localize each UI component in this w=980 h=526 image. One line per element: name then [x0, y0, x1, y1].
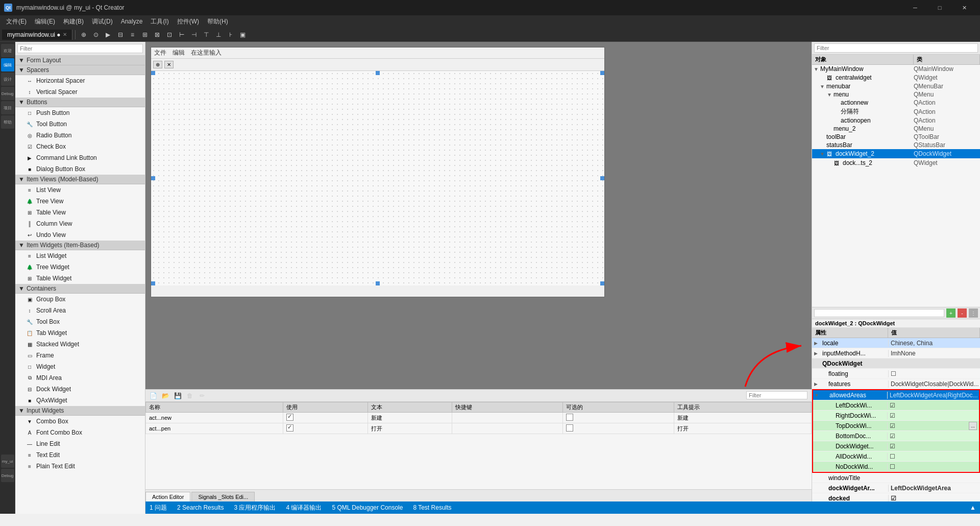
widget-vertical-spacer[interactable]: ↕ Vertical Spacer: [15, 86, 145, 98]
canvas-menu-input[interactable]: 在这里输入: [191, 49, 222, 57]
toolbar-btn-11[interactable]: ⊤: [201, 29, 212, 40]
widget-command-link[interactable]: ▶ Command Link Button: [15, 152, 145, 163]
tab-close-icon[interactable]: ✕: [63, 32, 67, 37]
prop-row-bottomdock[interactable]: BottomDoc... ☑: [813, 431, 979, 441]
toolbar-btn-6[interactable]: ⊞: [139, 29, 151, 40]
category-containers[interactable]: ▼ Containers: [15, 284, 145, 294]
toolbar-btn-5[interactable]: ≡: [127, 29, 138, 40]
obj-row-dockts2[interactable]: 🖼 dock...ts_2 QWidget: [812, 158, 980, 168]
status-item-search[interactable]: 2 Search Results: [177, 504, 224, 511]
menu-build[interactable]: 构建(B): [59, 16, 88, 27]
widget-plain-text-edit[interactable]: ≡ Plain Text Edit: [15, 461, 145, 472]
obj-row-actionnew[interactable]: actionnew QAction: [812, 99, 980, 107]
widget-font-combo-box[interactable]: A Font Combo Box: [15, 427, 145, 438]
category-spacers[interactable]: ▼ Spacers: [15, 65, 145, 75]
sidebar-btn-help[interactable]: 帮助: [1, 115, 14, 129]
prop-row-inputmethod[interactable]: ▶ inputMethodH... ImhNone: [812, 348, 980, 358]
sidebar-btn-edit[interactable]: 编辑: [1, 58, 14, 71]
widget-group-box[interactable]: ▣ Group Box: [15, 294, 145, 305]
resize-handle-tl[interactable]: [151, 71, 155, 75]
tab-mymainwindow[interactable]: mymainwindow.ui ● ✕: [2, 30, 72, 40]
widget-push-button[interactable]: □ Push Button: [15, 107, 145, 118]
widget-frame[interactable]: ▭ Frame: [15, 350, 145, 361]
close-button[interactable]: ✕: [952, 0, 976, 15]
widget-horizontal-spacer[interactable]: ↔ Horizontal Spacer: [15, 75, 145, 86]
prop-row-floating[interactable]: floating ☐: [812, 369, 980, 379]
sidebar-btn-debug2[interactable]: Debug: [1, 469, 14, 482]
table-row[interactable]: act...new 新建 新建: [146, 413, 812, 423]
edit-btn-topdock[interactable]: ...: [969, 422, 977, 430]
widget-list-widget[interactable]: ≡ List Widget: [15, 250, 145, 261]
obj-row-dockwidget2[interactable]: ▼ 🖼 dockWidget_2 QDockWidget: [812, 149, 980, 158]
obj-row-mymainwindow[interactable]: ▼ MyMainWindow QMainWindow: [812, 65, 980, 73]
prop-row-rightdock[interactable]: RightDockWi... ☑: [813, 411, 979, 421]
resize-handle-mt[interactable]: [376, 71, 380, 75]
widget-table-view[interactable]: ⊞ Table View: [15, 207, 145, 218]
obj-row-statusbar[interactable]: statusBar QStatusBar: [812, 141, 980, 149]
prop-row-topdock[interactable]: TopDockWi... ☑ ...: [813, 421, 979, 431]
minimize-button[interactable]: ─: [903, 0, 927, 15]
toolbar-btn-2[interactable]: ⊙: [90, 29, 102, 40]
obj-row-menu2[interactable]: menu_2 QMenu: [812, 125, 980, 133]
resize-handle-br[interactable]: [600, 281, 604, 285]
expander-icon[interactable]: ▼: [819, 84, 825, 89]
canvas-toolbar-btn2[interactable]: ✕: [164, 61, 174, 68]
obj-row-centralwidget[interactable]: 🖼 centralwidget QWidget: [812, 73, 980, 82]
prop-row-features[interactable]: ▶ features DockWidgetClosable|DockWid...: [812, 379, 980, 389]
menu-widgets[interactable]: 控件(W): [173, 16, 203, 27]
tab-action-editor[interactable]: Action Editor: [145, 492, 190, 501]
resize-handle-ml[interactable]: [151, 176, 155, 180]
widget-tree-view[interactable]: 🌲 Tree View: [15, 196, 145, 207]
status-item-qml[interactable]: 5 QML Debugger Console: [332, 504, 403, 511]
prop-row-windowtitle[interactable]: windowTitle: [812, 473, 980, 483]
maximize-button[interactable]: □: [928, 0, 951, 15]
sidebar-btn-project[interactable]: 项目: [1, 101, 14, 114]
widget-qax-widget[interactable]: ■ QAxWidget: [15, 395, 145, 406]
sidebar-btn-welcome[interactable]: 欢迎: [1, 44, 14, 57]
widget-text-edit[interactable]: ≡ Text Edit: [15, 449, 145, 461]
use-checkbox[interactable]: [286, 424, 293, 432]
toolbar-btn-9[interactable]: ⊢: [176, 29, 187, 40]
obj-row-menu[interactable]: ▼ menu QMenu: [812, 90, 980, 99]
menu-debug[interactable]: 调试(D): [88, 16, 117, 27]
action-edit-btn[interactable]: ✏: [197, 390, 208, 401]
widget-column-view[interactable]: ║ Column View: [15, 218, 145, 229]
status-item-problems[interactable]: 1 问题: [150, 504, 167, 512]
sidebar-btn-myui[interactable]: my_ui: [1, 455, 14, 468]
canvas-toolbar-btn1[interactable]: ⊕: [153, 61, 162, 68]
widget-combo-box[interactable]: ▼ Combo Box: [15, 416, 145, 427]
action-del-btn[interactable]: 🗑: [184, 390, 195, 401]
prop-row-docked[interactable]: docked ☑: [812, 493, 980, 501]
prop-row-leftdock[interactable]: LeftDockWi... ☑: [813, 400, 979, 411]
status-item-compout[interactable]: 4 编译器输出: [286, 504, 322, 512]
tab-signals-slots[interactable]: Signals _Slots Edi...: [191, 492, 255, 501]
widget-dialog-button[interactable]: ■ Dialog Button Box: [15, 163, 145, 175]
toolbar-btn-8[interactable]: ⊡: [164, 29, 175, 40]
status-item-tests[interactable]: 8 Test Results: [413, 504, 451, 511]
expander-icon[interactable]: ▼: [819, 151, 825, 157]
selectable-checkbox[interactable]: [566, 424, 573, 432]
sidebar-btn-debug[interactable]: Debug: [1, 87, 14, 100]
prop-row-alldock[interactable]: AllDockWid... ☐: [813, 451, 979, 462]
obj-row-menubar[interactable]: ▼ menubar QMenuBar: [812, 82, 980, 90]
use-checkbox[interactable]: [286, 414, 293, 421]
canvas-area[interactable]: 文件 编辑 在这里输入 ⊕ ✕: [145, 42, 812, 389]
selectable-checkbox[interactable]: [566, 414, 573, 421]
prop-row-nodock[interactable]: NoDockWid... ☐: [813, 462, 979, 472]
widget-check-box[interactable]: ☑ Check Box: [15, 141, 145, 152]
toolbar-btn-3[interactable]: ▶: [103, 29, 114, 40]
toolbar-btn-4[interactable]: ⊟: [115, 29, 126, 40]
widget-tool-box[interactable]: 🔧 Tool Box: [15, 316, 145, 327]
widget-radio-button[interactable]: ◎ Radio Button: [15, 130, 145, 141]
toolbar-btn-1[interactable]: ⊕: [78, 29, 89, 40]
menu-tools[interactable]: 工具(I): [146, 16, 173, 27]
resize-handle-tr[interactable]: [600, 71, 604, 75]
toolbar-btn-13[interactable]: ⊦: [225, 29, 236, 40]
widget-filter-input[interactable]: [17, 44, 143, 53]
prop-row-locale[interactable]: ▶ locale Chinese, China: [812, 338, 980, 348]
toolbar-btn-12[interactable]: ⊥: [213, 29, 224, 40]
obj-row-actionopen[interactable]: actionopen QAction: [812, 116, 980, 125]
prop-row-dockwidget[interactable]: DockWidget... ☑: [813, 441, 979, 451]
widget-stacked-widget[interactable]: ▦ Stacked Widget: [15, 339, 145, 350]
canvas-content[interactable]: [151, 71, 604, 285]
